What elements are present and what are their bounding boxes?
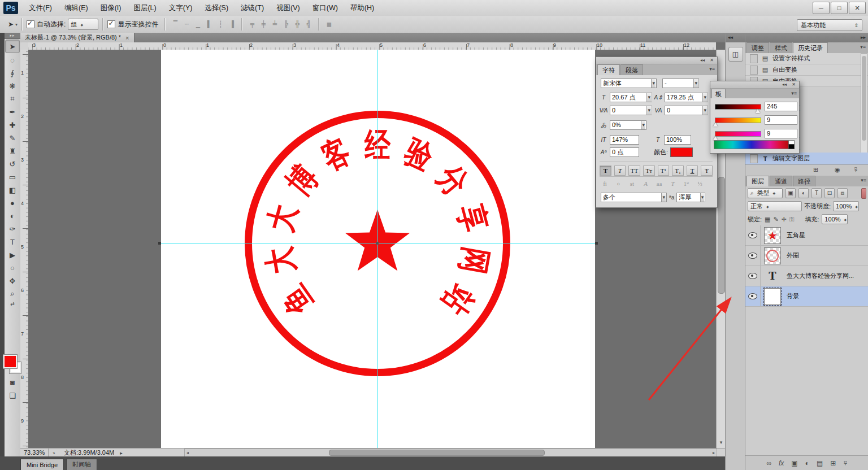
collapse-icon[interactable]: ◂◂ bbox=[700, 57, 705, 64]
new-group-icon[interactable]: ▤ bbox=[817, 459, 823, 467]
dock-expand-bar[interactable]: ▸▸ bbox=[745, 33, 868, 42]
layer-filter-type-dropdown[interactable]: ⌕ 类型 bbox=[748, 188, 783, 198]
layer-name[interactable]: 五角星 bbox=[787, 231, 805, 240]
layer-name[interactable]: 鱼大大博客经验分享网... bbox=[787, 272, 854, 280]
layer-thumbnail[interactable] bbox=[764, 247, 781, 264]
auto-select-target-dropdown[interactable]: 组 bbox=[68, 19, 98, 30]
baseline-shift-field[interactable]: 0 点 bbox=[610, 147, 639, 157]
marquee-tool[interactable]: ◌ bbox=[6, 54, 19, 66]
type-tool[interactable]: T bbox=[6, 236, 19, 248]
blue-slider-thumb[interactable] bbox=[713, 136, 718, 140]
opacity-field[interactable]: 100% bbox=[833, 201, 859, 211]
menu-help[interactable]: 帮助(H) bbox=[344, 0, 380, 16]
scroll-right-arrow-icon[interactable]: ▸ bbox=[713, 450, 715, 456]
new-adjustment-layer-icon[interactable]: ◐ bbox=[805, 459, 809, 467]
delete-state-icon[interactable]: ⍫ bbox=[854, 166, 858, 173]
filter-adjustment-layers-icon[interactable]: ◐ bbox=[798, 188, 809, 198]
history-scrollbar-thumb[interactable] bbox=[862, 56, 866, 141]
font-style-dropdown[interactable]: - bbox=[662, 79, 699, 88]
font-size-field[interactable]: 20.67 点 bbox=[610, 93, 652, 102]
eyedropper-tool[interactable]: ✒ bbox=[6, 106, 19, 118]
panel-menu-icon[interactable]: ▾≡ bbox=[861, 177, 866, 183]
shape-tool[interactable]: ○ bbox=[6, 262, 19, 274]
healing-brush-tool[interactable]: ✚ bbox=[6, 119, 19, 131]
layer-row-star[interactable]: ★ 五角星 bbox=[745, 225, 868, 246]
menu-select[interactable]: 选择(S) bbox=[198, 0, 235, 16]
underline-button[interactable]: T bbox=[687, 166, 698, 176]
new-document-from-state-icon[interactable]: ⊞ bbox=[813, 166, 818, 173]
collapsed-panel-icon[interactable]: ◫ bbox=[728, 47, 743, 62]
red-value-field[interactable]: 245 bbox=[765, 102, 797, 111]
paint-bucket-tool[interactable]: ◧ bbox=[6, 184, 19, 196]
maximize-button[interactable]: □ bbox=[831, 2, 848, 14]
ot-swash-icon[interactable]: A bbox=[640, 180, 651, 187]
lock-all-icon[interactable]: ⚿ bbox=[789, 216, 794, 223]
menu-filter[interactable]: 滤镜(T) bbox=[235, 0, 270, 16]
hand-tool[interactable]: ✥ bbox=[6, 275, 19, 287]
brush-tool[interactable]: ✎ bbox=[6, 132, 19, 144]
move-tool[interactable]: ➤ bbox=[5, 40, 20, 53]
ot-contextual-icon[interactable]: ℴ bbox=[613, 180, 624, 187]
ot-alternates-icon[interactable]: aa bbox=[654, 180, 665, 187]
superscript-button[interactable]: T¹ bbox=[658, 166, 670, 176]
layer-filter-toggle[interactable] bbox=[861, 188, 866, 199]
ot-ordinals-icon[interactable]: 1ˢᵗ bbox=[681, 180, 692, 187]
anti-alias-dropdown[interactable]: 浑厚 bbox=[676, 193, 705, 202]
align-left-icon[interactable]: ▌ bbox=[203, 19, 215, 29]
path-selection-tool[interactable]: ▶ bbox=[6, 249, 19, 261]
blur-tool[interactable]: ● bbox=[6, 197, 19, 209]
horizontal-scale-field[interactable]: 100% bbox=[664, 135, 691, 145]
move-tool-preset-icon[interactable]: ➤ bbox=[8, 20, 14, 28]
lock-transparency-icon[interactable]: ▦ bbox=[765, 216, 770, 223]
tab-history[interactable]: 历史记录 bbox=[793, 42, 828, 53]
scroll-down-arrow-icon[interactable]: ▾ bbox=[718, 438, 724, 446]
add-layer-mask-icon[interactable]: ▣ bbox=[791, 459, 797, 467]
lock-pixels-icon[interactable]: ✎ bbox=[773, 216, 778, 223]
tool-preset-arrow-icon[interactable]: ▾ bbox=[15, 22, 18, 27]
align-bottom-icon[interactable]: ▁ bbox=[192, 19, 203, 29]
horizontal-scrollbar-thumb[interactable] bbox=[329, 450, 545, 456]
ot-ligatures-icon[interactable]: fi bbox=[600, 180, 610, 187]
small-caps-button[interactable]: Tᴛ bbox=[643, 166, 655, 176]
document-tab-close-icon[interactable]: × bbox=[125, 34, 129, 41]
new-snapshot-icon[interactable]: ◉ bbox=[835, 166, 840, 173]
tab-styles[interactable]: 样式 bbox=[770, 42, 792, 53]
visibility-toggle[interactable] bbox=[745, 266, 761, 286]
align-vcenter-icon[interactable]: ┄ bbox=[181, 19, 192, 29]
layer-row-outer-ring[interactable]: 外圈 bbox=[745, 246, 868, 266]
all-caps-button[interactable]: TT bbox=[628, 166, 640, 176]
filter-pixel-layers-icon[interactable]: ▣ bbox=[785, 188, 796, 198]
subscript-button[interactable]: T₁ bbox=[672, 166, 684, 176]
panel-menu-icon[interactable]: ▾≡ bbox=[860, 44, 866, 50]
horizontal-ruler[interactable]: 3 2 1 0 1 2 3 4 5 6 7 8 9 10 11 12 bbox=[28, 42, 716, 50]
strikethrough-button[interactable]: Ŧ bbox=[701, 166, 713, 176]
zoom-tool[interactable]: ⌕ bbox=[6, 288, 19, 300]
foreground-color-swatch[interactable] bbox=[3, 355, 17, 368]
layer-row-text[interactable]: T 鱼大大博客经验分享网... bbox=[745, 266, 868, 286]
green-value-field[interactable]: 9 bbox=[765, 115, 797, 125]
quick-mask-button[interactable]: ◙ bbox=[6, 376, 19, 388]
quick-selection-tool[interactable]: ❋ bbox=[6, 80, 19, 92]
auto-select-checkbox[interactable] bbox=[27, 20, 34, 28]
crop-tool[interactable]: ⌗ bbox=[6, 93, 19, 105]
distribute-right-icon[interactable]: ╣ bbox=[303, 19, 314, 29]
ot-fractions-icon[interactable]: ½ bbox=[695, 180, 705, 187]
panel-menu-icon[interactable]: ▾≡ bbox=[791, 90, 797, 96]
font-family-dropdown[interactable]: 新宋体 bbox=[601, 79, 657, 88]
blue-value-field[interactable]: 9 bbox=[765, 129, 797, 138]
history-source-checkbox[interactable] bbox=[750, 154, 758, 163]
blue-slider[interactable] bbox=[715, 131, 761, 137]
lock-position-icon[interactable]: ✛ bbox=[782, 216, 787, 223]
vertical-ruler[interactable]: 1 2 3 4 5 6 7 8 9 bbox=[20, 50, 29, 448]
close-button[interactable]: ✕ bbox=[849, 2, 866, 14]
scroll-left-arrow-icon[interactable]: ◂ bbox=[186, 450, 189, 456]
collapse-icon[interactable]: ◂◂ bbox=[782, 81, 787, 88]
distribute-top-icon[interactable]: ╤ bbox=[246, 19, 258, 29]
green-slider-thumb[interactable] bbox=[713, 123, 718, 127]
black-swatch[interactable] bbox=[788, 144, 795, 149]
link-layers-icon[interactable]: ∞ bbox=[766, 459, 771, 467]
align-hcenter-icon[interactable]: ┆ bbox=[215, 19, 226, 29]
menu-window[interactable]: 窗口(W) bbox=[306, 0, 344, 16]
tab-paths[interactable]: 路径 bbox=[793, 176, 815, 186]
tab-swatches-partial[interactable]: 板 bbox=[711, 89, 726, 98]
